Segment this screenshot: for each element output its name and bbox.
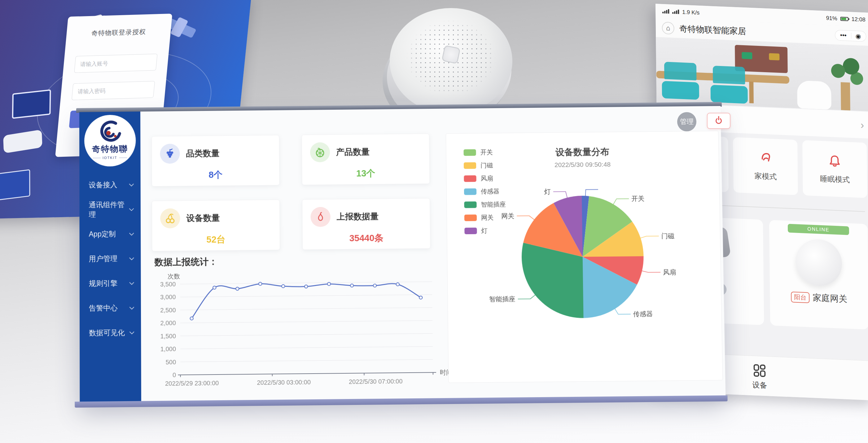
data-point [213, 286, 216, 289]
legend-item[interactable]: 网关 [464, 213, 506, 222]
pie-slice-label: 智能插座 [489, 295, 516, 303]
grid-icon [753, 364, 766, 378]
pie-slice-label: 门磁 [661, 232, 674, 240]
x-tick-label: 2022/5/30 03:00:00 [257, 379, 311, 386]
legend-swatch [463, 149, 476, 156]
device-name: 家庭网关 [812, 292, 847, 305]
pie-callout-line [613, 199, 629, 205]
signal-icon [662, 9, 669, 13]
x-axis [178, 372, 436, 375]
gateway-photo [795, 239, 842, 287]
legend-item[interactable]: 智能插座 [464, 200, 506, 209]
stat-value: 52台 [160, 233, 271, 247]
username-input[interactable] [74, 54, 157, 73]
sidebar-item-1[interactable]: 设备接入 [79, 172, 141, 197]
pie-legend: 开关门磁风扇传感器智能插座网关灯 [463, 148, 506, 235]
dashboard-sidebar: 奇特物聯 IOTKIT 设备接入通讯组件管理App定制用户管理规则引擎告警中心数… [79, 112, 141, 402]
sidebar-item-label: 通讯组件管理 [89, 199, 129, 219]
chevron-down-icon [129, 329, 134, 335]
sidebar-item-4[interactable]: 用户管理 [80, 246, 141, 271]
battery-percent: 91% [826, 15, 837, 22]
pie-slice-label: 风扇 [663, 268, 676, 276]
battery-icon [840, 17, 848, 21]
legend-swatch [464, 228, 477, 234]
scene: 奇特物联登录授权 登录 1.9 K/s 9 [0, 0, 868, 443]
gridline [180, 321, 432, 323]
app-title: 奇特物联智能家居 [679, 23, 830, 40]
home-icon[interactable]: ⌂ [662, 21, 674, 34]
device-card-gateway[interactable]: ONLINE 阳台 家庭网关 [769, 220, 868, 329]
stat-card-1: 品类数量8个 [152, 135, 279, 187]
sidebar-item-2[interactable]: 通讯组件管理 [79, 197, 141, 222]
y-tick-label: 1,500 [160, 333, 176, 340]
power-icon [716, 118, 722, 124]
sidebar-menu: 设备接入通讯组件管理App定制用户管理规则引擎告警中心数据可见化 [79, 172, 141, 345]
line-chart-title: 数据上报统计： [155, 256, 218, 268]
gridline [180, 334, 433, 336]
iot-dashboard: 奇特物聯 IOTKIT 设备接入通讯组件管理App定制用户管理规则引擎告警中心数… [79, 106, 725, 402]
stat-label: 设备数量 [186, 212, 220, 224]
legend-item[interactable]: 风扇 [464, 174, 505, 183]
power-button[interactable] [707, 113, 731, 129]
legend-item[interactable]: 传感器 [464, 187, 506, 196]
legend-label: 智能插座 [481, 200, 506, 209]
tab-devices[interactable]: 设备 [752, 364, 767, 390]
data-point [396, 283, 399, 286]
cherries-icon [160, 208, 180, 228]
mode-card-3[interactable]: 睡眠模式 [802, 140, 867, 198]
pie-card: 开关门磁风扇传感器智能插座网关灯 设备数量分布 2022/5/30 09:50:… [446, 131, 723, 383]
logo-name: 奇特物聯 [92, 143, 128, 155]
gridline [180, 346, 433, 349]
grapes-icon [160, 144, 180, 164]
stat-grid: 品类数量8个产品数量13个设备数量52台上报数据量35440条 [152, 133, 430, 251]
data-point [373, 284, 376, 287]
capsule-buttons[interactable]: ••• ◉ [835, 30, 866, 41]
data-point [419, 296, 422, 299]
data-point [282, 285, 285, 288]
sidebar-item-label: 用户管理 [89, 254, 117, 264]
legend-swatch [464, 201, 476, 208]
lime-icon [310, 142, 330, 162]
capsule-close-icon[interactable]: ◉ [856, 32, 861, 40]
gridline [180, 295, 432, 297]
sidebar-item-3[interactable]: App定制 [80, 222, 141, 247]
manage-badge[interactable]: 管理 [677, 112, 696, 131]
bell-icon [828, 154, 842, 168]
sidebar-item-label: 数据可见化 [89, 328, 125, 338]
legend-label: 灯 [481, 226, 487, 235]
legend-swatch [464, 175, 476, 182]
data-point [259, 282, 262, 285]
y-tick-label: 2,500 [160, 307, 176, 314]
mode-card-2[interactable]: 家模式 [733, 137, 798, 195]
hand-icon [758, 151, 773, 165]
chevron-right-icon: › [861, 119, 864, 131]
password-input[interactable] [71, 81, 155, 100]
chevron-down-icon [129, 305, 134, 310]
gridline [180, 308, 432, 310]
pie-slice-label: 传感器 [633, 310, 653, 318]
sidebar-item-label: App定制 [89, 229, 116, 239]
legend-label: 风扇 [480, 174, 493, 183]
sidebar-item-6[interactable]: 告警中心 [80, 295, 141, 321]
stat-label: 上报数据量 [337, 211, 379, 222]
legend-swatch [464, 214, 477, 221]
legend-item[interactable]: 门磁 [464, 161, 505, 170]
pie-slice-label: 灯 [544, 188, 551, 195]
stat-value: 13个 [310, 167, 421, 181]
legend-item[interactable]: 开关 [463, 148, 505, 157]
y-tick-label: 500 [166, 358, 176, 366]
logo: 奇特物聯 IOTKIT [84, 115, 136, 167]
pie-callout-line [615, 308, 631, 314]
x-tick-label: 2022/5/30 07:00:00 [349, 378, 403, 385]
chevron-down-icon [129, 182, 134, 187]
data-point [328, 283, 331, 286]
data-point [190, 317, 193, 320]
legend-item[interactable]: 灯 [464, 226, 506, 235]
stat-label: 产品数量 [336, 146, 370, 158]
sidebar-item-5[interactable]: 规则引擎 [80, 271, 141, 296]
legend-swatch [464, 188, 476, 195]
y-tick-label: 0 [173, 372, 176, 378]
y-tick-label: 2,000 [160, 320, 176, 327]
sidebar-item-7[interactable]: 数据可见化 [80, 320, 141, 345]
more-icon[interactable]: ••• [840, 32, 847, 39]
